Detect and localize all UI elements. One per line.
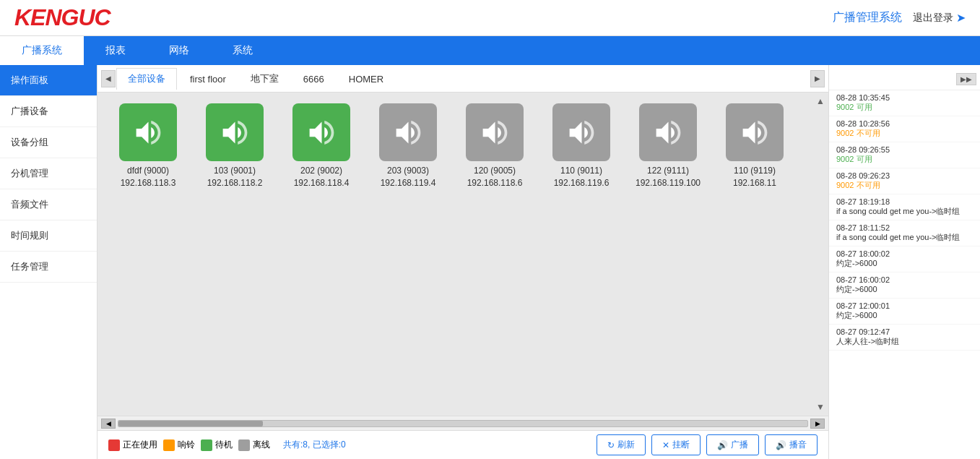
sidebar: 操作面板 广播设备 设备分组 分机管理 音频文件 时间规则 任务管理 [0, 65, 97, 459]
device-icon [292, 103, 350, 161]
log-status: 9002 可用 [836, 102, 973, 113]
log-time: 08-28 09:26:55 [836, 145, 973, 154]
tab-scroll-left[interactable]: ◀ [101, 70, 116, 87]
hangup-label: 挂断 [672, 439, 690, 451]
sidebar-item-broadcast-devices[interactable]: 广播设备 [0, 96, 97, 127]
log-time: 08-27 18:19:18 [836, 197, 973, 206]
scroll-up-icon[interactable]: ▲ [816, 96, 825, 106]
legend-offline: 离线 [238, 439, 270, 451]
device-icon [639, 103, 697, 161]
scroll-right-btn[interactable]: ▶ [810, 419, 825, 429]
scroll-thumb[interactable] [118, 421, 263, 426]
content-area: ◀ 全部设备 first floor 地下室 6666 HOMER ▶ dfdf… [97, 65, 828, 459]
device-label: 120 (9005) 192.168.118.6 [467, 165, 523, 189]
log-time: 08-27 12:00:01 [836, 301, 973, 310]
status-bar: 正在使用 响铃 待机 离线 共有:8, 已选择:0 ↻ [97, 430, 828, 459]
log-entry: 08-27 16:00:02约定->6000 [829, 273, 980, 299]
device-card[interactable]: 103 (9001) 192.168.118.2 [195, 103, 274, 189]
device-label: 110 (9119) 192.168.11 [733, 165, 776, 189]
device-card[interactable]: dfdf (9000) 192.168.118.3 [108, 103, 188, 189]
announce-label: 播音 [789, 439, 807, 451]
header-right: 广播管理系统 退出登录 ➤ [833, 10, 966, 25]
log-time: 08-28 10:35:45 [836, 93, 973, 102]
refresh-label: 刷新 [617, 439, 635, 451]
device-grid-container[interactable]: dfdf (9000) 192.168.118.3 103 (9001) 192… [97, 93, 828, 416]
log-time: 08-27 18:11:52 [836, 223, 973, 232]
sidebar-item-operation-panel[interactable]: 操作面板 [0, 65, 97, 96]
scroll-left-btn[interactable]: ◀ [101, 419, 116, 429]
legend-in-use: 正在使用 [108, 439, 157, 451]
tab-scroll-right[interactable]: ▶ [810, 70, 825, 87]
log-time: 08-27 16:00:02 [836, 275, 973, 284]
device-card[interactable]: 202 (9002) 192.168.118.4 [282, 103, 361, 189]
device-label: dfdf (9000) 192.168.118.3 [121, 165, 176, 189]
sidebar-item-device-groups[interactable]: 设备分组 [0, 127, 97, 158]
broadcast-icon: 🔊 [717, 440, 728, 450]
device-label: 202 (9002) 192.168.118.4 [294, 165, 350, 189]
system-title: 广播管理系统 [833, 10, 902, 25]
announce-button[interactable]: 🔊 播音 [765, 434, 818, 455]
legend-standby: 待机 [201, 439, 233, 451]
device-label: 122 (9111) 192.168.119.100 [636, 165, 701, 189]
right-panel: ▶▶ 08-28 10:35:459002 可用08-28 10:28:5690… [828, 65, 980, 459]
tab-all-devices[interactable]: 全部设备 [116, 68, 177, 90]
nav-network[interactable]: 网络 [147, 36, 211, 65]
tab-first-floor[interactable]: first floor [178, 68, 238, 90]
legend-ringing: 响铃 [163, 439, 195, 451]
device-card[interactable]: 122 (9111) 192.168.119.100 [628, 103, 708, 189]
log-time: 08-27 18:00:02 [836, 249, 973, 258]
scroll-down-icon[interactable]: ▼ [816, 402, 825, 412]
sidebar-item-extension-management[interactable]: 分机管理 [0, 158, 97, 189]
log-status: 9002 可用 [836, 154, 973, 165]
log-time: 08-28 10:28:56 [836, 119, 973, 128]
tab-basement[interactable]: 地下室 [239, 68, 290, 90]
log-list: 08-28 10:35:459002 可用08-28 10:28:569002 … [829, 90, 980, 351]
device-icon [726, 103, 784, 161]
legend-dot-orange [163, 439, 175, 451]
header: KENGUC 广播管理系统 退出登录 ➤ [0, 0, 980, 36]
legend-dot-green [201, 439, 212, 451]
device-icon [206, 103, 264, 161]
horizontal-scrollbar[interactable]: ◀ ▶ [97, 416, 828, 430]
log-entry: 08-27 09:12:47人来人往->临时组 [829, 325, 980, 351]
sidebar-item-audio-files[interactable]: 音频文件 [0, 189, 97, 220]
device-label: 110 (9011) 192.168.119.6 [554, 165, 610, 189]
status-buttons: ↻ 刷新 ✕ 挂断 🔊 广播 🔊 播音 [597, 434, 818, 455]
logout-button[interactable]: 退出登录 ➤ [913, 11, 966, 25]
hangup-icon: ✕ [662, 440, 669, 450]
tab-bar: ◀ 全部设备 first floor 地下室 6666 HOMER ▶ [97, 65, 828, 93]
broadcast-button[interactable]: 🔊 广播 [706, 434, 759, 455]
sidebar-item-task-management[interactable]: 任务管理 [0, 252, 97, 283]
log-entry: 08-27 18:19:18if a song could get me you… [829, 194, 980, 220]
nav-system[interactable]: 系统 [211, 36, 274, 65]
legend-label-standby: 待机 [215, 439, 233, 451]
scroll-track[interactable] [118, 420, 808, 427]
sidebar-item-time-rules[interactable]: 时间规则 [0, 220, 97, 252]
device-icon [379, 103, 437, 161]
main-layout: 操作面板 广播设备 设备分组 分机管理 音频文件 时间规则 任务管理 ◀ 全部设… [0, 65, 980, 459]
refresh-icon: ↻ [607, 440, 615, 450]
tab-6666[interactable]: 6666 [292, 68, 336, 90]
status-legend: 正在使用 响铃 待机 离线 共有:8, 已选择:0 [108, 439, 346, 451]
tab-homer[interactable]: HOMER [337, 68, 395, 90]
right-panel-scroll-right[interactable]: ▶▶ [956, 73, 976, 85]
log-text: 约定->6000 [836, 258, 973, 269]
log-status: 9002 不可用 [836, 180, 973, 191]
legend-dot-gray [238, 439, 250, 451]
device-card[interactable]: 203 (9003) 192.168.119.4 [368, 103, 448, 189]
device-icon [466, 103, 524, 161]
logout-label: 退出登录 [913, 12, 953, 25]
status-count: 共有:8, 已选择:0 [283, 439, 346, 451]
device-icon [119, 103, 177, 161]
legend-dot-red [108, 439, 120, 451]
hangup-button[interactable]: ✕ 挂断 [651, 434, 701, 455]
log-entry: 08-27 18:00:02约定->6000 [829, 246, 980, 273]
device-card[interactable]: 120 (9005) 192.168.118.6 [455, 103, 534, 189]
nav-report[interactable]: 报表 [84, 36, 147, 65]
device-card[interactable]: 110 (9119) 192.168.11 [715, 103, 794, 189]
nav-broadcast-system[interactable]: 广播系统 [0, 36, 84, 65]
device-label: 103 (9001) 192.168.118.2 [207, 165, 263, 189]
refresh-button[interactable]: ↻ 刷新 [597, 434, 646, 455]
device-card[interactable]: 110 (9011) 192.168.119.6 [542, 103, 621, 189]
logo: KENGUC [14, 4, 110, 31]
